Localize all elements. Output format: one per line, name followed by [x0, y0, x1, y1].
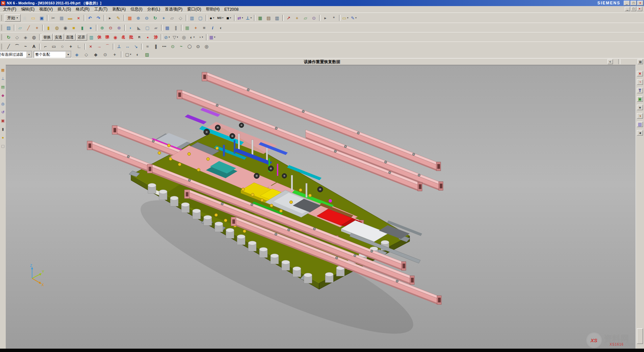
zoom-in-icon[interactable]: ⊕: [134, 14, 143, 22]
snap-point-icon[interactable]: ⊙: [310, 14, 318, 22]
center-snap-icon[interactable]: ⊙: [101, 51, 109, 58]
sketch-text-icon[interactable]: A: [30, 43, 38, 50]
shaded-ball-icon[interactable]: ●: [637, 105, 643, 110]
point-dialog-icon[interactable]: +: [293, 14, 301, 22]
show-component-icon[interactable]: ◐▼: [188, 33, 197, 41]
mdi-close-button[interactable]: ×: [637, 7, 642, 11]
circle-center-icon[interactable]: ⊙: [194, 43, 202, 50]
intersection-point-icon[interactable]: ⊙: [169, 43, 177, 50]
prompt-splitter[interactable]: [618, 59, 620, 64]
reuse-library-icon[interactable]: ◆: [1, 93, 5, 98]
ellipse-icon[interactable]: ◯: [186, 43, 194, 50]
menu-help[interactable]: 帮助(H): [204, 6, 222, 12]
block-icon[interactable]: ■: [70, 24, 78, 31]
intersect-icon[interactable]: ⊗: [115, 24, 123, 31]
new-file-icon[interactable]: ▯: [21, 14, 29, 22]
sketch-fillet-icon[interactable]: ⌒: [104, 43, 112, 50]
find-component-icon[interactable]: ◎: [180, 33, 188, 41]
menu-analysis[interactable]: 分析(L): [145, 6, 163, 12]
redo-icon[interactable]: ↷: [95, 14, 103, 22]
constraint-icon[interactable]: ⊥: [115, 43, 123, 50]
datum-plane-icon[interactable]: ▱: [16, 24, 24, 31]
arc-icon[interactable]: ⌒: [13, 43, 21, 50]
rectangle-icon[interactable]: ▭: [50, 43, 58, 50]
menu-format[interactable]: 格式(R): [73, 6, 92, 12]
line-icon[interactable]: ╱: [5, 43, 13, 50]
selection-arrow-icon[interactable]: ►: [106, 14, 114, 22]
texture-map-icon[interactable]: ▨: [637, 122, 643, 127]
menu-view[interactable]: 视图(V): [37, 6, 55, 12]
measure-distance-icon[interactable]: ▭▼: [341, 14, 350, 22]
datum-axis-icon[interactable]: ╱: [25, 24, 33, 31]
menu-assemblies[interactable]: 装配(A): [110, 6, 128, 12]
assembly-constraint-icon[interactable]: ⊥▼: [245, 14, 253, 22]
sketch-preview-icon[interactable]: ▨: [143, 51, 151, 58]
offset-curve-icon[interactable]: ≈: [144, 43, 152, 50]
open-folder-icon[interactable]: ▭: [29, 14, 37, 22]
rp-tool-icon[interactable]: R: [135, 33, 144, 41]
save-icon[interactable]: ▣: [38, 14, 46, 22]
menu-information[interactable]: 信息(I): [128, 6, 145, 12]
constraint-navigator-icon[interactable]: ⊥: [1, 76, 5, 81]
instance-geometry-icon[interactable]: ▦: [183, 24, 191, 31]
touch-panel-icon[interactable]: ▢: [1, 144, 5, 148]
front-view-icon[interactable]: ▱: [168, 14, 176, 22]
endpoint-snap-icon[interactable]: ◇: [82, 51, 91, 58]
name-button[interactable]: 名: [120, 33, 127, 41]
spline-icon[interactable]: ~: [22, 43, 30, 50]
part-navigator-icon[interactable]: ▤: [1, 84, 5, 89]
selection-filter-combo[interactable]: 没有选择过滤器 ▼: [0, 51, 32, 58]
menu-preferences[interactable]: 首选项(P): [162, 6, 185, 12]
assembly-sequence-icon[interactable]: ▦▼: [208, 33, 216, 41]
auto-dimension-icon[interactable]: ↘: [132, 43, 140, 50]
unite-icon[interactable]: ⊕: [98, 24, 106, 31]
revolve-icon[interactable]: ◍: [53, 24, 61, 31]
shaded-sphere-icon[interactable]: ●▼: [208, 14, 216, 22]
solid-translucent-button[interactable]: 实透: [53, 34, 64, 41]
menu-file[interactable]: 文件(F): [1, 6, 19, 12]
menu-tools[interactable]: 工具(T): [92, 6, 110, 12]
roles-icon[interactable]: ●: [1, 135, 5, 140]
chamfer-icon[interactable]: ◣: [135, 24, 143, 31]
projected-curve-icon[interactable]: ~: [177, 43, 185, 50]
die-assembly-model[interactable]: [6, 65, 636, 349]
mirror-curve-icon[interactable]: ∥: [152, 43, 160, 50]
section-bars-icon[interactable]: ▥: [87, 33, 96, 41]
expressions-icon[interactable]: ▤: [265, 14, 273, 22]
chevron-down-icon[interactable]: ▼: [26, 51, 32, 57]
arc-3pt-icon[interactable]: ◎: [203, 43, 211, 50]
restore-button[interactable]: □: [630, 1, 637, 5]
part-family-icon[interactable]: ▥: [273, 14, 281, 22]
mdi-restore-button[interactable]: □: [631, 7, 636, 11]
dock-close-icon[interactable]: ×: [637, 71, 643, 76]
pen-icon[interactable]: ✎: [114, 14, 123, 22]
trimetric-view-icon[interactable]: ◇: [177, 14, 185, 22]
highlight-toggle-icon[interactable]: ◐: [134, 51, 142, 58]
visual-effects-icon[interactable]: ◑: [637, 113, 643, 119]
midpoint-snap-icon[interactable]: ◆: [92, 51, 100, 58]
quick-trim-icon[interactable]: ×: [87, 43, 95, 50]
cylinder-icon[interactable]: ▮: [78, 24, 86, 31]
graphics-window[interactable]: Z Y X XS 资料网 ZL.XS1616.COM: [6, 65, 636, 349]
vertical-scrollbar-thumb[interactable]: [637, 328, 643, 344]
background-black-icon[interactable]: ■▼: [225, 14, 233, 22]
sketch-task-icon[interactable]: ▨: [5, 24, 13, 31]
delete-icon[interactable]: ×: [75, 14, 83, 22]
title-bar[interactable]: N NX 6 - Modeling - [M100163 2011-01-09.…: [0, 0, 644, 6]
component-filter-icon[interactable]: ▽▼: [172, 33, 180, 41]
undo-icon[interactable]: ↶: [86, 14, 94, 22]
render-tools-icon[interactable]: ◔: [637, 79, 643, 85]
red-target-icon[interactable]: ◉: [111, 33, 120, 41]
face-translucent-button[interactable]: 面透: [65, 34, 76, 41]
quick-extend-icon[interactable]: →: [95, 43, 103, 50]
sketch-point-icon[interactable]: +: [67, 43, 75, 50]
plane-dialog-icon[interactable]: ▱: [302, 14, 310, 22]
mdi-minimize-button[interactable]: _: [625, 7, 630, 11]
pattern-feature-icon[interactable]: ▩: [163, 24, 172, 31]
prompt-back-button[interactable]: <: [608, 59, 613, 64]
select-filter-icon[interactable]: ►: [321, 14, 330, 22]
circle-icon[interactable]: ○: [58, 43, 67, 50]
datum-csys-icon[interactable]: +: [33, 24, 41, 31]
menu-edit[interactable]: 编辑(E): [19, 6, 37, 12]
material-cube-icon[interactable]: ▣: [637, 96, 643, 102]
